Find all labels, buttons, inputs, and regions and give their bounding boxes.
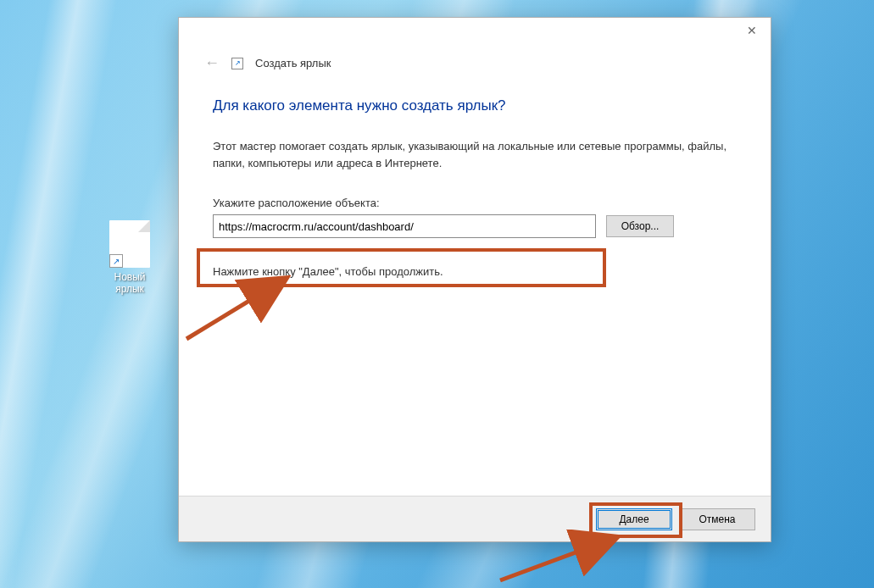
browse-button[interactable]: Обзор...	[606, 215, 674, 237]
wizard-header: ← ↗ Создать ярлык	[179, 54, 771, 72]
wizard-description: Этот мастер помогает создать ярлык, указ…	[213, 138, 737, 171]
desktop-shortcut-label: Новый ярлык	[100, 271, 159, 296]
back-arrow-icon: ←	[204, 54, 220, 72]
wizard-content: Для какого элемента нужно создать ярлык?…	[179, 72, 771, 278]
desktop-shortcut-new[interactable]: ↗ Новый ярлык	[100, 220, 159, 296]
close-button[interactable]: ✕	[732, 18, 771, 43]
wizard-footer: Далее Отмена	[179, 496, 771, 541]
location-input[interactable]	[213, 214, 596, 238]
wizard-title: Создать ярлык	[255, 57, 331, 69]
annotation-arrow-to-next	[492, 530, 636, 588]
titlebar: ✕	[179, 18, 771, 50]
shortcut-icon: ↗	[231, 58, 243, 69]
cancel-button[interactable]: Отмена	[679, 508, 755, 530]
svg-line-0	[186, 280, 284, 339]
file-icon: ↗	[109, 220, 150, 268]
next-button[interactable]: Далее	[596, 508, 672, 530]
wizard-heading: Для какого элемента нужно создать ярлык?	[213, 97, 737, 114]
location-label: Укажите расположение объекта:	[213, 197, 737, 209]
shortcut-arrow-icon: ↗	[109, 254, 123, 268]
close-icon: ✕	[747, 24, 757, 37]
annotation-arrow-to-input	[170, 271, 305, 347]
location-row: Обзор...	[213, 214, 737, 238]
svg-line-1	[500, 538, 615, 580]
